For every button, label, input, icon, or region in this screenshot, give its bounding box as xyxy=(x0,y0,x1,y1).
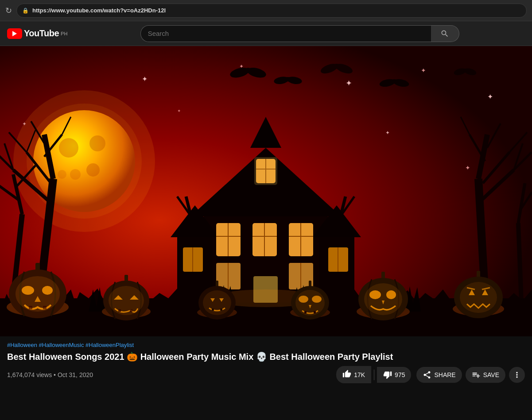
youtube-logo-text: YouTube xyxy=(24,28,59,39)
svg-point-133 xyxy=(312,296,322,303)
view-count: 1,674,074 views xyxy=(7,371,52,378)
search-input[interactable] xyxy=(140,25,431,42)
video-info: #Halloween #HalloweenMusic #HalloweenPla… xyxy=(0,336,532,387)
svg-point-123 xyxy=(203,290,231,315)
views-separator: • xyxy=(54,371,56,378)
save-label: SAVE xyxy=(483,371,499,378)
svg-point-115 xyxy=(109,286,144,315)
share-icon xyxy=(423,370,431,379)
svg-rect-126 xyxy=(212,308,214,311)
more-button[interactable] xyxy=(509,367,525,383)
svg-point-142 xyxy=(386,290,396,299)
svg-point-131 xyxy=(295,290,325,316)
video-thumbnail: ✦ ✦ ✦ ✦ ✦ ✦ ✦ ✦ ✦ xyxy=(0,46,532,336)
like-icon xyxy=(342,370,351,380)
share-label: SHARE xyxy=(434,371,455,378)
svg-point-141 xyxy=(369,290,381,299)
svg-rect-127 xyxy=(220,308,222,311)
svg-point-132 xyxy=(299,296,308,303)
svg-point-7 xyxy=(89,135,105,151)
svg-point-23 xyxy=(285,77,291,81)
svg-point-6 xyxy=(70,169,81,180)
svg-rect-118 xyxy=(118,309,121,312)
svg-point-20 xyxy=(245,68,252,73)
svg-text:✦: ✦ xyxy=(487,93,493,100)
svg-point-4 xyxy=(59,138,78,158)
dislike-icon xyxy=(383,370,392,379)
save-icon xyxy=(472,370,481,379)
share-button[interactable]: SHARE xyxy=(416,367,462,383)
svg-rect-129 xyxy=(309,281,311,287)
svg-point-5 xyxy=(86,163,100,177)
youtube-header: YouTube PH xyxy=(0,21,532,46)
video-views: 1,674,074 views • Oct 31, 2020 xyxy=(7,371,93,378)
svg-text:✦: ✦ xyxy=(142,75,148,83)
svg-point-108 xyxy=(42,286,53,295)
svg-text:✦: ✦ xyxy=(177,108,181,113)
search-button[interactable] xyxy=(431,25,459,42)
svg-rect-119 xyxy=(130,309,132,312)
search-icon xyxy=(440,29,449,38)
video-tags[interactable]: #Halloween #HalloweenMusic #HalloweenPla… xyxy=(7,342,525,348)
dislike-button[interactable]: 975 xyxy=(377,367,411,383)
search-container xyxy=(140,25,459,42)
video-actions: 17K 975 SHARE SAVE xyxy=(336,366,525,383)
video-meta-row: 1,674,074 views • Oct 31, 2020 17K 975 xyxy=(7,366,525,383)
svg-text:✦: ✦ xyxy=(346,79,352,88)
browser-bar: ↻ 🔒 https://www.youtube.com/watch?v=oAz2… xyxy=(0,0,532,21)
browser-url-text: https://www.youtube.com/watch?v=oAz2HDn-… xyxy=(32,7,166,14)
upload-date: Oct 31, 2020 xyxy=(58,371,93,378)
svg-point-107 xyxy=(22,286,34,295)
like-button[interactable]: 17K xyxy=(336,366,371,383)
svg-text:✦: ✦ xyxy=(465,164,470,171)
video-title: Best Halloween Songs 2021 🎃 Halloween Pa… xyxy=(7,351,525,362)
svg-rect-111 xyxy=(43,306,47,309)
browser-url-bar[interactable]: 🔒 https://www.youtube.com/watch?v=oAz2HD… xyxy=(16,4,527,18)
video-player[interactable]: ✦ ✦ ✦ ✦ ✦ ✦ ✦ ✦ ✦ xyxy=(0,46,532,336)
svg-rect-110 xyxy=(29,306,32,309)
svg-point-8 xyxy=(58,170,66,179)
svg-rect-136 xyxy=(314,311,316,313)
svg-rect-79 xyxy=(254,157,277,185)
svg-text:✦: ✦ xyxy=(22,121,27,127)
more-icon xyxy=(513,370,521,379)
halloween-scene-svg: ✦ ✦ ✦ ✦ ✦ ✦ ✦ ✦ ✦ xyxy=(0,46,532,336)
svg-rect-121 xyxy=(216,281,218,287)
lock-icon: 🔒 xyxy=(22,8,29,14)
dislike-count: 975 xyxy=(395,371,405,378)
browser-refresh-button[interactable]: ↻ xyxy=(5,6,12,15)
action-divider xyxy=(374,370,374,380)
like-count: 17K xyxy=(354,371,365,378)
svg-point-29 xyxy=(392,79,397,84)
youtube-logo-icon xyxy=(7,28,22,39)
svg-text:✦: ✦ xyxy=(421,67,426,74)
country-code: PH xyxy=(61,31,67,36)
svg-point-140 xyxy=(364,283,402,315)
svg-rect-135 xyxy=(304,311,307,313)
youtube-logo[interactable]: YouTube PH xyxy=(7,28,67,39)
svg-point-32 xyxy=(463,69,467,72)
svg-point-26 xyxy=(334,64,340,68)
svg-text:✦: ✦ xyxy=(385,130,390,136)
save-button[interactable]: SAVE xyxy=(466,367,505,383)
